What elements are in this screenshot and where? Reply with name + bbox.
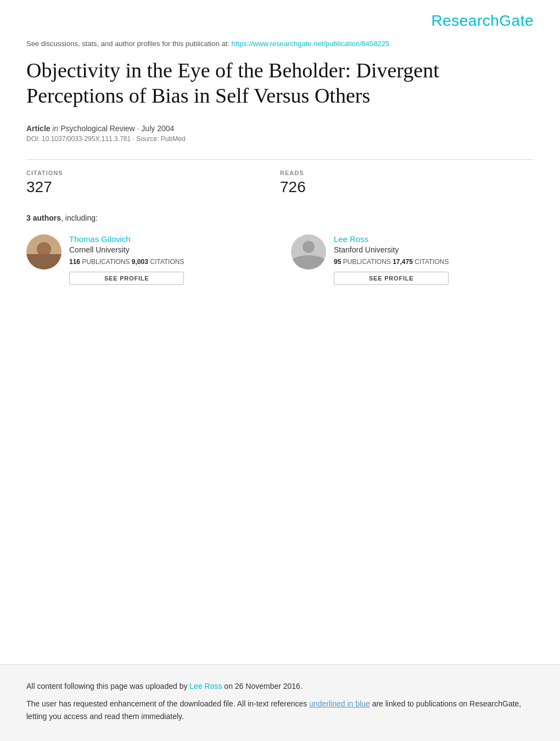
authors-including: , including: (61, 214, 98, 222)
enhancement-notice: The user has requested enhancement of th… (26, 698, 534, 722)
article-meta: Article in Psychological Review · July 2… (26, 124, 534, 133)
header: ResearchGate (0, 0, 560, 35)
article-title: Objectivity in the Eye of the Beholder: … (26, 58, 534, 109)
author-card-ross: Lee Ross Stanford University 95 PUBLICAT… (291, 234, 534, 285)
publication-link[interactable]: https://www.researchgate.net/publication… (232, 40, 390, 48)
doi-line: DOI: 10.1037/0033-295X.111.3.781 · Sourc… (26, 135, 534, 143)
article-type: Article (26, 124, 51, 133)
upload-text-after: on 26 November 2016. (222, 682, 302, 691)
see-profile-button-gilovich[interactable]: SEE PROFILE (69, 272, 184, 285)
brand-logo: ResearchGate (431, 12, 534, 29)
author-info-ross: Lee Ross Stanford University 95 PUBLICAT… (334, 234, 449, 285)
main-content: Objectivity in the Eye of the Beholder: … (0, 58, 560, 285)
reads-stat: READS 726 (280, 170, 534, 196)
author-name-ross[interactable]: Lee Ross (334, 234, 449, 244)
article-journal: Psychological Review (60, 124, 135, 133)
bottom-section: All content following this page was uplo… (0, 664, 560, 741)
author-stats-gilovich: 116 PUBLICATIONS 9,003 CITATIONS (69, 258, 184, 266)
author-info-gilovich: Thomas Gilovich Cornell University 116 P… (69, 234, 184, 285)
upload-text-before: All content following this page was uplo… (26, 682, 189, 691)
top-note: See discussions, stats, and author profi… (0, 35, 560, 55)
uploader-link[interactable]: Lee Ross (189, 682, 222, 691)
meta-in: in (52, 124, 60, 133)
authors-grid: Thomas Gilovich Cornell University 116 P… (26, 234, 534, 285)
authors-count: 3 authors (26, 214, 61, 222)
author-stats-ross: 95 PUBLICATIONS 17,475 CITATIONS (334, 258, 449, 266)
upload-notice: All content following this page was uplo… (26, 680, 534, 692)
article-date: July 2004 (141, 124, 174, 133)
see-profile-button-ross[interactable]: SEE PROFILE (334, 272, 449, 285)
reads-label: READS (280, 170, 534, 176)
top-note-text: See discussions, stats, and author profi… (26, 40, 232, 48)
reads-value: 726 (280, 178, 534, 196)
author-card-gilovich: Thomas Gilovich Cornell University 116 P… (26, 234, 269, 285)
article-doi: DOI: 10.1037/0033-295X.111.3.781 (26, 135, 131, 143)
citations-value: 327 (26, 178, 280, 196)
author-avatar-ross (291, 234, 326, 270)
author-name-gilovich[interactable]: Thomas Gilovich (69, 234, 184, 244)
author-avatar-gilovich (26, 234, 61, 270)
citations-label: CITATIONS (26, 170, 280, 176)
underlined-blue-text: underlined in blue (309, 699, 370, 708)
stats-row: CITATIONS 327 READS 726 (26, 170, 534, 196)
citations-stat: CITATIONS 327 (26, 170, 280, 196)
stats-divider (26, 159, 534, 160)
author-university-gilovich: Cornell University (69, 245, 184, 254)
article-source: Source: PubMed (136, 135, 185, 143)
authors-header: 3 authors, including: (26, 214, 534, 222)
author-university-ross: Stanford University (334, 245, 449, 254)
enhancement-text: The user has requested enhancement of th… (26, 699, 309, 708)
